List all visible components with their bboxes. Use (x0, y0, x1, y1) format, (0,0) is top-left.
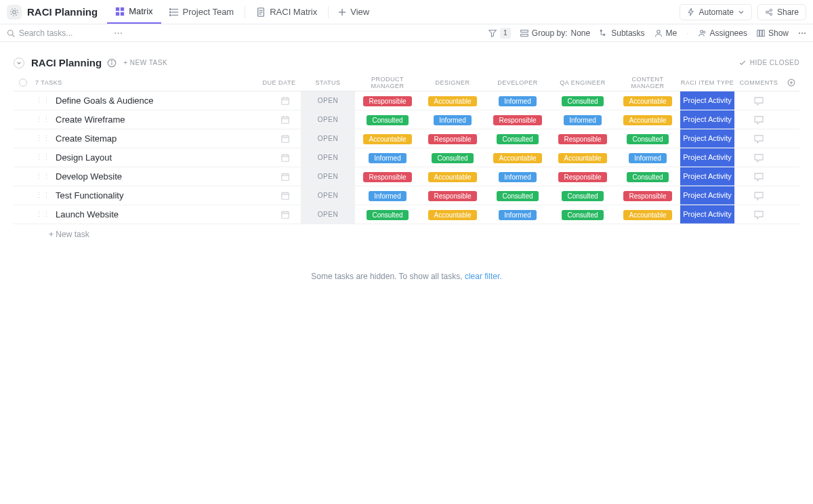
raci-pill[interactable]: Accountable (428, 96, 476, 106)
raci-pill[interactable]: Responsible (363, 96, 411, 106)
drag-handle-icon[interactable]: ⋮⋮ (35, 134, 50, 143)
calendar-icon[interactable] (280, 153, 290, 163)
raci-pill[interactable]: Consulted (562, 96, 603, 106)
raci-pill[interactable]: Accountable (558, 153, 606, 163)
item-type-cell[interactable]: Project Activity (680, 110, 734, 129)
task-row[interactable]: ⋮⋮Create SitemapOPENAccountableResponsib… (14, 129, 799, 148)
raci-pill[interactable]: Consulted (562, 191, 603, 201)
raci-pill[interactable]: Consulted (367, 115, 408, 125)
raci-pill[interactable]: Informed (499, 96, 536, 106)
status-cell[interactable]: OPEN (301, 148, 355, 167)
col-comments[interactable]: COMMENTS (734, 79, 783, 86)
add-view-button[interactable]: View (331, 3, 376, 21)
col-status[interactable]: STATUS (301, 79, 355, 86)
search-input[interactable] (19, 28, 100, 38)
raci-pill[interactable]: Responsible (558, 172, 606, 182)
item-type-cell[interactable]: Project Activity (680, 186, 734, 205)
comment-icon[interactable] (753, 96, 764, 106)
raci-pill[interactable]: Consulted (627, 172, 668, 182)
drag-handle-icon[interactable]: ⋮⋮ (35, 115, 50, 124)
hide-closed-button[interactable]: HIDE CLOSED (738, 59, 799, 67)
new-task-row-button[interactable]: + New task (14, 224, 799, 245)
raci-pill[interactable]: Consulted (627, 134, 668, 144)
new-task-inline-button[interactable]: + NEW TASK (123, 59, 167, 66)
raci-pill[interactable]: Responsible (428, 134, 476, 144)
drag-handle-icon[interactable]: ⋮⋮ (35, 191, 50, 200)
task-row[interactable]: ⋮⋮Launch WebsiteOPENConsultedAccountable… (14, 205, 799, 224)
me-button[interactable]: Me (654, 28, 678, 38)
drag-handle-icon[interactable]: ⋮⋮ (35, 96, 50, 105)
group-by-button[interactable]: Group by: None (520, 28, 590, 38)
raci-pill[interactable]: Informed (629, 153, 666, 163)
raci-pill[interactable]: Responsible (558, 134, 606, 144)
toolbar-more-button[interactable]: ⋯ (114, 28, 123, 38)
item-type-cell[interactable]: Project Activity (680, 205, 734, 224)
task-row[interactable]: ⋮⋮Create WireframeOPENConsultedInformedR… (14, 110, 799, 129)
raci-pill[interactable]: Accountable (493, 153, 541, 163)
col-content-manager[interactable]: CONTENT MANAGER (615, 76, 680, 89)
raci-pill[interactable]: Consulted (497, 134, 538, 144)
calendar-icon[interactable] (280, 115, 290, 125)
share-button[interactable]: Share (757, 4, 806, 20)
status-cell[interactable]: OPEN (301, 205, 355, 224)
task-row[interactable]: ⋮⋮Design LayoutOPENInformedConsultedAcco… (14, 148, 799, 167)
status-cell[interactable]: OPEN (301, 186, 355, 205)
raci-pill[interactable]: Responsible (428, 191, 476, 201)
raci-pill[interactable]: Consulted (432, 153, 473, 163)
item-type-cell[interactable]: Project Activity (680, 91, 734, 110)
raci-pill[interactable]: Accountable (623, 96, 671, 106)
filter-button[interactable]: 1 (488, 28, 511, 39)
raci-pill[interactable]: Consulted (497, 191, 538, 201)
calendar-icon[interactable] (280, 191, 290, 201)
status-cell[interactable]: OPEN (301, 91, 355, 110)
task-row[interactable]: ⋮⋮Develop WebsiteOPENResponsibleAccounta… (14, 167, 799, 186)
tab-raci-matrix[interactable]: RACI Matrix (248, 0, 325, 24)
drag-handle-icon[interactable]: ⋮⋮ (35, 172, 50, 181)
col-item-type[interactable]: RACI ITEM TYPE (680, 79, 734, 86)
comment-icon[interactable] (753, 114, 764, 125)
raci-pill[interactable]: Consulted (367, 210, 408, 220)
collapse-group-button[interactable] (14, 58, 24, 68)
more-options-button[interactable]: ⋯ (798, 28, 806, 38)
raci-pill[interactable]: Consulted (562, 210, 603, 220)
automate-button[interactable]: Automate (680, 4, 752, 20)
drag-handle-icon[interactable]: ⋮⋮ (35, 210, 50, 219)
raci-pill[interactable]: Responsible (623, 191, 671, 201)
comment-icon[interactable] (753, 171, 764, 182)
col-developer[interactable]: DEVELOPER (485, 79, 550, 86)
status-cell[interactable]: OPEN (301, 110, 355, 129)
task-row[interactable]: ⋮⋮Define Goals & AudienceOPENResponsible… (14, 91, 799, 110)
raci-pill[interactable]: Responsible (363, 172, 411, 182)
info-icon[interactable] (107, 58, 117, 68)
select-all-checkbox[interactable] (19, 79, 27, 87)
col-due-date[interactable]: DUE DATE (257, 79, 301, 86)
calendar-icon[interactable] (280, 172, 290, 182)
status-cell[interactable]: OPEN (301, 129, 355, 148)
comment-icon[interactable] (753, 133, 764, 144)
raci-pill[interactable]: Accountable (428, 172, 476, 182)
raci-pill[interactable]: Accountable (623, 115, 671, 125)
calendar-icon[interactable] (280, 96, 290, 106)
calendar-icon[interactable] (280, 210, 290, 219)
raci-pill[interactable]: Informed (369, 191, 406, 201)
raci-pill[interactable]: Informed (564, 115, 601, 125)
col-qa-engineer[interactable]: QA ENGINEER (550, 79, 615, 86)
add-column-button[interactable] (783, 79, 799, 87)
comment-icon[interactable] (753, 152, 764, 163)
comment-icon[interactable] (753, 209, 764, 220)
calendar-icon[interactable] (280, 134, 290, 144)
col-designer[interactable]: DESIGNER (420, 79, 485, 86)
clear-filter-link[interactable]: clear filter (465, 272, 499, 281)
raci-pill[interactable]: Accountable (428, 210, 476, 220)
task-row[interactable]: ⋮⋮Test FunctionalityOPENInformedResponsi… (14, 186, 799, 205)
raci-pill[interactable]: Responsible (493, 115, 541, 125)
show-button[interactable]: Show (757, 28, 789, 38)
assignees-button[interactable]: Assignees (699, 28, 747, 38)
col-product-manager[interactable]: PRODUCT MANAGER (355, 76, 420, 89)
raci-pill[interactable]: Informed (499, 172, 536, 182)
item-type-cell[interactable]: Project Activity (680, 167, 734, 186)
comment-icon[interactable] (753, 190, 764, 201)
subtasks-button[interactable]: Subtasks (600, 28, 644, 38)
raci-pill[interactable]: Accountable (363, 134, 411, 144)
raci-pill[interactable]: Informed (369, 153, 406, 163)
